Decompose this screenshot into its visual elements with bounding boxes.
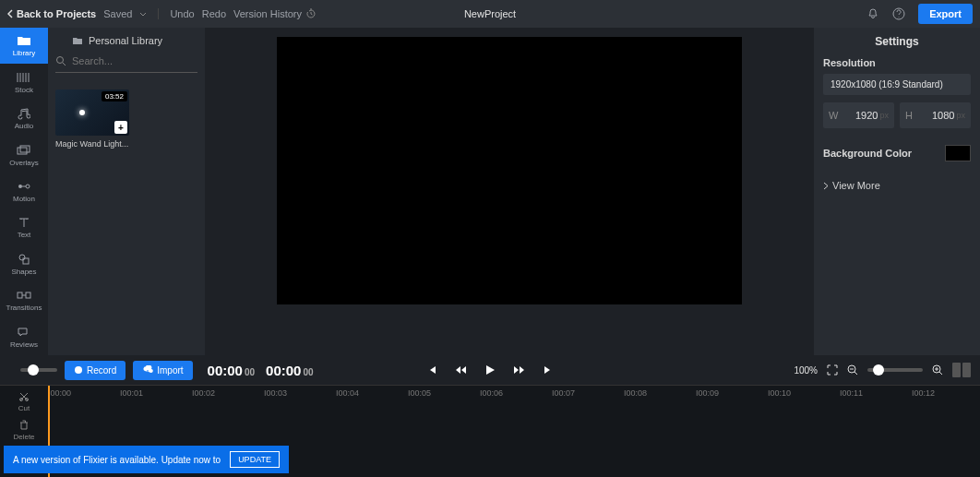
text-icon (16, 216, 32, 229)
help-button[interactable] (892, 7, 905, 20)
forward-button[interactable] (513, 364, 526, 376)
ruler-tick: I00:02 (192, 388, 215, 398)
update-button[interactable]: UPDATE (230, 451, 280, 468)
svg-point-5 (19, 255, 25, 260)
zoom-percentage[interactable]: 100% (794, 365, 818, 376)
height-value: 1080 (918, 110, 955, 121)
skip-start-icon (426, 364, 437, 376)
caret-down-icon (139, 12, 147, 17)
fullscreen-button[interactable] (827, 364, 838, 376)
rail-audio-label: Audio (15, 122, 33, 130)
rail-text[interactable]: Text (0, 209, 48, 245)
ruler-tick: I00:08 (624, 388, 647, 398)
zoom-in-icon (932, 364, 943, 376)
skip-end-icon (543, 364, 554, 376)
left-rail: Library Stock Audio Overlays Motion Text… (0, 28, 48, 355)
timeline-ruler[interactable]: I00:00I00:01I00:02I00:03I00:04I00:05I00:… (48, 386, 980, 402)
cut-label: Cut (18, 404, 30, 412)
rail-audio[interactable]: Audio (0, 101, 48, 137)
rail-stock[interactable]: Stock (0, 64, 48, 100)
time-duration: 00:00 (266, 363, 301, 378)
help-icon (892, 7, 905, 20)
height-field[interactable]: H 1080 px (900, 102, 971, 128)
resolution-select[interactable]: 1920x1080 (16:9 Standard) (823, 74, 971, 95)
cut-tool[interactable]: Cut (18, 391, 30, 412)
rail-motion[interactable]: Motion (0, 173, 48, 209)
rewind-button[interactable] (454, 364, 467, 376)
resolution-label: Resolution (823, 57, 971, 68)
bg-color-label: Background Color (823, 148, 912, 159)
search-input[interactable] (72, 54, 199, 68)
undo-button[interactable]: Undo (170, 8, 194, 19)
rail-shapes-label: Shapes (11, 268, 36, 276)
split-view-button[interactable] (952, 363, 971, 377)
preview-canvas[interactable] (277, 37, 742, 304)
zoom-in-button[interactable] (932, 364, 943, 376)
clip-duration: 03:52 (102, 91, 127, 101)
delete-tool[interactable]: Delete (13, 420, 34, 441)
svg-point-3 (18, 185, 22, 188)
motion-icon (16, 180, 32, 193)
svg-point-4 (26, 185, 30, 188)
ruler-tick: I00:10 (768, 388, 791, 398)
record-icon (74, 365, 83, 375)
rail-reviews-label: Reviews (10, 340, 38, 349)
play-button[interactable] (484, 364, 496, 376)
play-icon (484, 364, 496, 376)
export-button[interactable]: Export (918, 4, 973, 24)
version-history-label: Version History (233, 8, 302, 19)
ruler-tick: I00:07 (552, 388, 575, 398)
rail-overlays[interactable]: Overlays (0, 137, 48, 173)
zoom-thumb (873, 364, 884, 376)
rail-transitions-label: Transitions (6, 304, 42, 312)
rail-reviews[interactable]: Reviews (0, 319, 48, 355)
back-to-projects[interactable]: Back to Projects (7, 8, 96, 19)
library-clip[interactable]: 03:52 + Magic Wand Light... (55, 89, 129, 149)
music-icon (16, 107, 32, 120)
version-history-button[interactable]: Version History (233, 8, 317, 19)
library-header[interactable]: Personal Library (55, 33, 197, 54)
rail-library[interactable]: Library (0, 28, 48, 64)
rail-stock-label: Stock (15, 86, 33, 94)
reviews-icon (16, 326, 32, 339)
ruler-tick: I00:04 (336, 388, 359, 398)
preview-area (205, 28, 814, 355)
notifications-button[interactable] (866, 7, 879, 20)
rail-text-label: Text (18, 231, 31, 239)
overlays-icon (16, 144, 32, 157)
volume-slider[interactable] (20, 368, 57, 372)
zoom-slider[interactable] (867, 368, 923, 372)
bell-icon (866, 7, 879, 20)
ruler-tick: I00:03 (264, 388, 287, 398)
ruler-tick: I00:00 (48, 388, 71, 398)
rail-shapes[interactable]: Shapes (0, 246, 48, 282)
view-more-button[interactable]: View More (823, 180, 971, 191)
clip-thumbnail: 03:52 + (55, 89, 129, 136)
bg-color-swatch[interactable] (945, 145, 971, 161)
import-button[interactable]: Import (133, 361, 192, 380)
trash-icon (19, 420, 29, 431)
skip-end-button[interactable] (543, 364, 554, 376)
ruler-tick: I00:05 (408, 388, 431, 398)
saved-status: Saved (103, 8, 132, 19)
history-icon (305, 8, 317, 19)
record-button[interactable]: Record (65, 361, 125, 380)
zoom-out-button[interactable] (847, 364, 858, 376)
volume-thumb (28, 364, 39, 376)
project-title[interactable]: NewProject (464, 8, 516, 19)
width-label: W (829, 110, 838, 121)
stock-icon (16, 71, 32, 84)
width-unit: px (879, 111, 889, 120)
shapes-icon (16, 253, 32, 266)
rail-transitions[interactable]: Transitions (0, 282, 48, 318)
redo-button[interactable]: Redo (202, 8, 226, 19)
clip-title: Magic Wand Light... (55, 139, 129, 149)
width-field[interactable]: W 1920 px (823, 102, 894, 128)
width-value: 1920 (843, 110, 878, 121)
saved-menu-caret[interactable] (139, 12, 147, 17)
thumbnail-glow (79, 110, 85, 115)
add-clip-button[interactable]: + (114, 121, 127, 134)
ruler-tick: I00:12 (912, 388, 935, 398)
skip-start-button[interactable] (426, 364, 437, 376)
svg-rect-8 (26, 292, 30, 298)
